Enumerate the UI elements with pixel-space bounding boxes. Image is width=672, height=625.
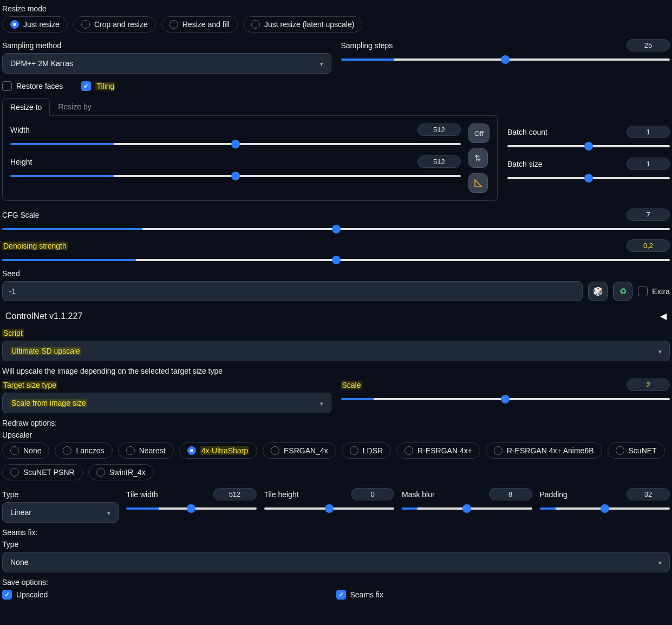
radio-dot-icon [494, 446, 503, 455]
sampling-method-label: Sampling method [2, 41, 331, 50]
type-label: Type [2, 490, 119, 499]
width-slider[interactable] [10, 143, 461, 145]
radio-just-resize-latent-upscale-[interactable]: Just resize (latent upscale) [243, 16, 363, 32]
restore-faces-checkbox[interactable]: Restore faces [2, 81, 63, 91]
mask-blur-value[interactable]: 8 [489, 488, 532, 500]
chevron-down-icon [320, 59, 323, 68]
radio-label: Just resize (latent upscale) [264, 20, 355, 29]
triangle-left-icon[interactable]: ◀ [660, 311, 667, 321]
radio-dot-icon [187, 446, 196, 455]
chevron-down-icon [658, 347, 662, 355]
scale-label: Scale [341, 381, 362, 389]
scale-value[interactable]: 2 [627, 379, 670, 391]
radio-crop-and-resize[interactable]: Crop and resize [73, 16, 156, 32]
radio-dot-icon [271, 446, 279, 455]
mask-blur-label: Mask blur [402, 490, 435, 499]
target-size-label: Target size type [2, 381, 57, 389]
radio-dot-icon [96, 468, 105, 477]
radio-swinir-4x[interactable]: SwinIR_4x [88, 464, 154, 480]
chevron-down-icon [320, 399, 323, 407]
cfg-slider[interactable] [2, 228, 670, 230]
height-value[interactable]: 512 [417, 155, 461, 168]
radio-just-resize[interactable]: Just resize [2, 16, 68, 32]
radio-resize-and-fill[interactable]: Resize and fill [161, 16, 238, 32]
padding-label: Padding [540, 490, 567, 499]
sampling-steps-value[interactable]: 25 [627, 39, 670, 51]
resize-mode-group: Just resizeCrop and resizeResize and fil… [2, 16, 670, 32]
tab-resize-to[interactable]: Resize to [2, 98, 50, 116]
denoise-slider[interactable] [2, 259, 670, 261]
script-select[interactable]: Ultimate SD upscale [2, 341, 670, 361]
sampling-method-select[interactable]: DPM++ 2M Karras [2, 53, 331, 74]
tiling-checkbox[interactable]: Tiling [81, 81, 115, 91]
controlnet-header[interactable]: ControlNet v1.1.227 [5, 311, 82, 321]
cfg-value[interactable]: 7 [627, 209, 670, 221]
batch-size-value[interactable]: 1 [627, 158, 670, 170]
batch-count-slider[interactable] [507, 145, 670, 147]
off-button[interactable]: Off [468, 123, 490, 143]
radio-label: Resize and fill [182, 20, 230, 29]
tile-width-value[interactable]: 512 [213, 488, 257, 500]
mask-blur-slider[interactable] [402, 507, 532, 510]
dice-icon[interactable]: 🎲 [588, 282, 608, 301]
radio-label: ESRGAN_4x [284, 446, 328, 455]
sampling-method-value: DPM++ 2M Karras [10, 59, 73, 68]
save-label: Save options: [2, 578, 670, 587]
radio-nearest[interactable]: Nearest [118, 442, 174, 459]
radio-scunet[interactable]: ScuNET [608, 442, 665, 459]
resize-mode-label: Resize mode [2, 4, 670, 13]
sampling-steps-slider[interactable] [341, 58, 670, 61]
radio-scunet-psnr[interactable]: ScuNET PSNR [2, 464, 83, 480]
seams-fix-cb-label: Seams fix [350, 590, 383, 599]
padding-value[interactable]: 32 [627, 488, 670, 500]
tile-width-slider[interactable] [126, 507, 257, 510]
upscaler-label: Upscaler [2, 431, 670, 439]
upscaled-checkbox[interactable]: Upscaled [2, 590, 48, 600]
batch-size-label: Batch size [507, 160, 543, 168]
radio-dot-icon [404, 446, 413, 455]
ruler-icon[interactable] [468, 173, 488, 193]
extra-checkbox[interactable]: Extra [638, 287, 670, 296]
radio-lanczos[interactable]: Lanczos [55, 442, 112, 459]
seams-fix-checkbox[interactable]: Seams fix [336, 590, 383, 600]
type-value: Linear [10, 508, 31, 517]
radio-dot-icon [126, 446, 135, 455]
swap-dimensions-button[interactable]: ⇅ [468, 148, 488, 168]
scale-slider[interactable] [341, 398, 670, 400]
chevron-down-icon [658, 558, 662, 567]
target-size-select[interactable]: Scale from image size [2, 393, 331, 413]
radio-r-esrgan-4x-anime6b[interactable]: R-ESRGAN 4x+ Anime6B [486, 442, 602, 459]
radio-dot-icon [251, 20, 260, 29]
seams-type-select[interactable]: None [2, 552, 670, 572]
cfg-label: CFG Scale [2, 211, 39, 219]
batch-count-value[interactable]: 1 [627, 126, 670, 138]
denoise-value[interactable]: 0,2 [627, 239, 670, 252]
type-select[interactable]: Linear [2, 502, 119, 523]
radio-dot-icon [10, 20, 19, 29]
height-label: Height [10, 158, 32, 166]
radio-label: Just resize [23, 20, 60, 29]
upscaler-group: NoneLanczosNearest4x-UltraSharpESRGAN_4x… [2, 442, 670, 480]
width-value[interactable]: 512 [417, 123, 461, 136]
radio-ldsr[interactable]: LDSR [342, 442, 391, 459]
recycle-icon[interactable]: ♻ [613, 282, 632, 301]
radio-esrgan-4x[interactable]: ESRGAN_4x [263, 442, 336, 459]
tile-height-value[interactable]: 0 [351, 488, 394, 500]
radio-label: R-ESRGAN 4x+ Anime6B [507, 446, 594, 455]
script-description: Will upscale the image depending on the … [2, 367, 670, 375]
tile-height-slider[interactable] [264, 507, 395, 510]
padding-slider[interactable] [540, 507, 670, 510]
seed-input[interactable] [2, 281, 583, 301]
denoise-label: Denoising strength [2, 242, 68, 250]
tab-resize-by[interactable]: Resize by [50, 97, 99, 115]
radio-r-esrgan-4x-[interactable]: R-ESRGAN 4x+ [396, 442, 480, 459]
tiling-label: Tiling [95, 82, 115, 90]
batch-count-label: Batch count [507, 128, 547, 136]
restore-faces-label: Restore faces [16, 82, 63, 90]
height-slider[interactable] [10, 175, 461, 177]
radio-dot-icon [10, 468, 19, 477]
upscaled-cb-label: Upscaled [16, 590, 48, 599]
radio-none[interactable]: None [2, 442, 49, 459]
batch-size-slider[interactable] [507, 177, 670, 179]
radio-4x-ultrasharp[interactable]: 4x-UltraSharp [179, 442, 257, 459]
